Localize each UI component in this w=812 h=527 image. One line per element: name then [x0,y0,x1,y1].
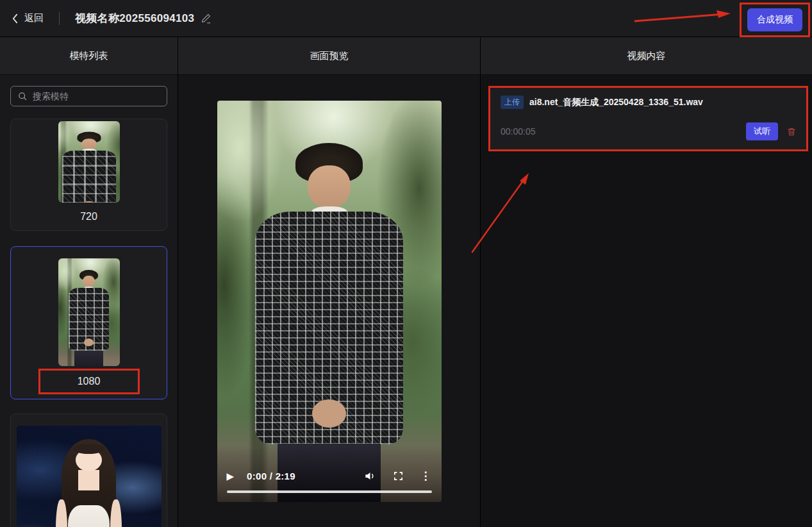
model-thumbnail [58,121,120,203]
back-button[interactable]: 返回 [12,12,44,24]
preview-body: ▶ 0:00 / 2:19 ⋮ [178,75,480,527]
preview-panel-header: 画面预览 [178,37,480,75]
models-list: 720 1080 [0,75,178,527]
model-card-anime[interactable] [10,414,167,527]
synthesize-video-button[interactable]: 合成视频 [747,8,802,31]
content-panel-header: 视频内容 [481,37,812,75]
content-body: 上传 ai8.net_音频生成_20250428_1336_51.wav 00:… [481,75,812,527]
preview-panel: 画面预览 ▶ 0:00 / 2:19 [178,37,481,527]
models-panel: 模特列表 720 [0,37,178,527]
audio-filename: ai8.net_音频生成_20250428_1336_51.wav [529,97,703,108]
audio-item: 上传 ai8.net_音频生成_20250428_1336_51.wav 00:… [490,88,806,149]
delete-icon[interactable] [787,127,796,137]
video-controls: ▶ 0:00 / 2:19 ⋮ [217,446,442,502]
annotation-box-audio: 上传 ai8.net_音频生成_20250428_1336_51.wav 00:… [488,86,808,151]
back-label: 返回 [24,12,44,24]
audio-preview-button[interactable]: 试听 [746,122,778,140]
video-time: 0:00 / 2:19 [247,471,295,481]
model-card-1080-selected[interactable]: 1080 [10,246,167,399]
model-label: 720 [80,203,97,230]
models-panel-header: 模特列表 [0,37,178,75]
video-player[interactable]: ▶ 0:00 / 2:19 ⋮ [217,101,442,502]
main-area: 模特列表 720 [0,37,812,527]
content-panel: 视频内容 上传 ai8.net_音频生成_20250428_1336_51.wa… [481,37,812,527]
annotation-box-1080: 1080 [38,369,140,394]
model-search-box [10,86,167,106]
more-options-icon[interactable]: ⋮ [420,469,432,483]
topbar-divider [59,12,60,25]
video-frame [217,101,442,502]
model-search-input[interactable] [33,91,160,101]
video-progress-bar[interactable] [227,490,432,493]
model-card-720[interactable]: 720 [10,119,167,231]
annotation-box-synthesize: 合成视频 [740,3,810,37]
model-label: 1080 [78,376,101,387]
fullscreen-icon[interactable] [393,471,404,481]
edit-title-icon[interactable] [201,13,211,24]
play-icon[interactable]: ▶ [227,471,235,481]
model-thumbnail [58,258,120,366]
top-bar: 返回 视频名称202556094103 合成视频 [0,0,812,37]
audio-duration: 00:00:05 [501,126,536,137]
upload-badge: 上传 [501,96,524,109]
video-title: 视频名称202556094103 [75,11,194,26]
volume-icon[interactable] [364,470,376,482]
search-icon [17,91,28,101]
model-thumbnail [17,426,162,527]
back-chevron-icon [12,13,19,24]
